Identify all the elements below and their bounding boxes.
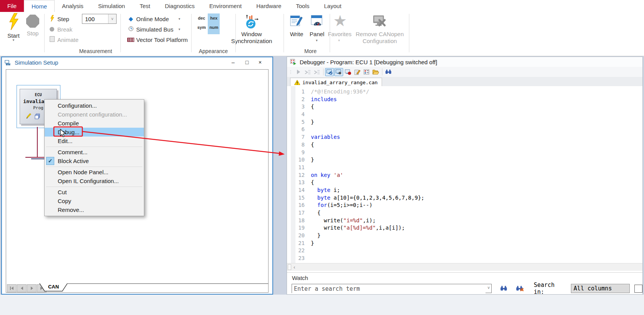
vector-tool-platform-button[interactable]: Vector Tool Platform <box>127 35 188 44</box>
ribbon-tab-test[interactable]: Test <box>132 0 158 12</box>
ribbon-tab-environment[interactable]: Environment <box>202 0 249 12</box>
code-line-5[interactable]: 5} <box>287 119 642 127</box>
code-line-20[interactable]: 20 } <box>287 232 642 240</box>
online-mode-button[interactable]: ◆ Online Mode <box>127 15 169 23</box>
close-icon[interactable]: × <box>255 58 265 67</box>
menu-item-remove[interactable]: Remove... <box>45 205 144 214</box>
window-synchronization-button[interactable] <box>244 14 259 29</box>
search-input[interactable] <box>292 284 486 293</box>
find-next-icon[interactable] <box>500 285 507 292</box>
scrollbar-grip[interactable] <box>288 264 291 270</box>
start-button[interactable]: Start ▾ <box>3 13 24 41</box>
code-line-10[interactable]: 10} <box>287 157 642 164</box>
menu-item-debug[interactable]: Debug... <box>45 128 144 137</box>
dec-toggle[interactable]: dec <box>196 16 207 20</box>
combobox-dropdown-icon[interactable]: ˅ <box>108 14 116 23</box>
report-view-button[interactable] <box>362 68 371 76</box>
menu-item-comment[interactable]: Comment... <box>45 148 144 157</box>
code-line-16[interactable]: 16 for(i=5;i>=0;i--) <box>287 202 642 210</box>
sheet-tab-can[interactable]: CAN <box>39 283 68 292</box>
hex-toggle[interactable]: hex <box>209 16 219 20</box>
step-over-button[interactable] <box>312 68 321 76</box>
menu-item-component-configuration[interactable]: Component configuration... <box>45 110 144 119</box>
code-line-19[interactable]: 19 write("a[%d]=%d",i,a[i]); <box>287 225 642 232</box>
code-line-17[interactable]: 17 { <box>287 210 642 217</box>
ribbon-tab-simulation[interactable]: Simulation <box>91 0 132 12</box>
code-line-22[interactable]: 22 <box>287 247 642 255</box>
animate-button[interactable]: Animate <box>48 35 78 44</box>
menu-item-open-il-configuration[interactable]: Open IL Configuration... <box>45 177 144 185</box>
breakpoint-view-button[interactable] <box>344 68 352 76</box>
search-dropdown-icon[interactable]: ˅ <box>487 286 490 290</box>
ribbon-tab-file[interactable]: File <box>0 0 24 12</box>
step-into-button[interactable] <box>303 68 312 76</box>
code-line-15[interactable]: 15 byte a[10]={0,1,2,3,4,5,6,7,8,9}; <box>287 195 642 202</box>
code-line-8[interactable]: 8{ <box>287 142 642 149</box>
favorites-button[interactable]: ★ <box>332 13 348 28</box>
layers-icon[interactable] <box>35 113 41 119</box>
ribbon-tab-tools[interactable]: Tools <box>289 0 317 12</box>
ribbon-tab-hardware[interactable]: Hardware <box>249 0 289 12</box>
remove-canopen-button[interactable] <box>372 14 387 28</box>
debug-view-toggle[interactable] <box>325 68 334 76</box>
menu-item-open-node-panel[interactable]: Open Node Panel... <box>45 168 144 177</box>
code-line-7[interactable]: 7variables <box>287 134 642 142</box>
maximize-icon[interactable]: □ <box>242 58 252 67</box>
step-button[interactable]: Step <box>48 15 69 23</box>
num-toggle[interactable]: num <box>209 25 219 30</box>
horizontal-scrollbar[interactable]: ‹ <box>287 263 642 271</box>
menu-item-edit[interactable]: Edit... <box>45 137 144 145</box>
scroll-left-icon[interactable]: ‹ <box>294 264 295 270</box>
panel-dropdown-icon[interactable]: ▾ <box>316 38 318 42</box>
menu-item-copy[interactable]: Copy <box>45 197 144 205</box>
code-line-9[interactable]: 9 <box>287 149 642 157</box>
pencil-icon[interactable] <box>26 113 31 119</box>
simulated-bus-dropdown-icon[interactable]: ▾ <box>179 27 180 31</box>
code-line-11[interactable]: 11 <box>287 164 642 172</box>
file-tab[interactable]: invaliad_arrary_range.can <box>290 78 382 87</box>
code-line-23[interactable]: 23 <box>287 255 642 263</box>
measurement-delay-combobox[interactable]: 100 ˅ <box>82 14 117 24</box>
watch-view-toggle[interactable] <box>334 68 343 76</box>
next-sheet-button[interactable] <box>27 284 37 292</box>
code-line-6[interactable]: 6 <box>287 126 642 134</box>
toolbar-grip[interactable]: ⋮ <box>289 70 292 75</box>
code-editor[interactable]: 1/*@!Encoding:936*/2includes3{45}67varia… <box>287 86 642 265</box>
search-in-select[interactable]: All columns <box>571 284 630 293</box>
code-line-2[interactable]: 2includes <box>287 96 642 104</box>
code-line-18[interactable]: 18 write("i=%d",i); <box>287 217 642 225</box>
code-line-13[interactable]: 13{ <box>287 179 642 187</box>
online-mode-dropdown-icon[interactable]: ▾ <box>179 17 180 21</box>
continue-button[interactable] <box>294 68 303 76</box>
clear-search-icon[interactable] <box>516 285 524 292</box>
favorites-dropdown-icon[interactable]: ▾ <box>338 38 340 42</box>
break-button[interactable]: Break <box>48 25 72 33</box>
write-button[interactable] <box>289 14 304 28</box>
ribbon-tab-home[interactable]: Home <box>24 0 55 12</box>
find-button[interactable] <box>384 68 393 76</box>
code-line-12[interactable]: 12on key 'a' <box>287 172 642 180</box>
edit-source-button[interactable] <box>353 68 362 76</box>
prev-sheet-button[interactable] <box>17 284 27 292</box>
stop-button[interactable]: Stop <box>22 13 43 37</box>
first-sheet-button[interactable] <box>7 284 17 292</box>
debugger-titlebar[interactable]: Debugger - Program: ECU 1 [Debugging swi… <box>287 57 642 67</box>
menu-item-compile[interactable]: Compile <box>45 119 144 128</box>
search-box[interactable]: ˅ <box>292 284 492 293</box>
start-dropdown-icon[interactable]: ▾ <box>3 39 24 41</box>
minimize-icon[interactable]: – <box>228 58 239 67</box>
sym-toggle[interactable]: sym <box>196 25 207 30</box>
menu-item-block-active[interactable]: ✓Block Active <box>45 157 144 165</box>
panel-button[interactable] <box>310 14 325 28</box>
code-line-3[interactable]: 3{ <box>287 103 642 111</box>
code-line-4[interactable]: 4 <box>287 111 642 119</box>
ribbon-tab-diagnostics[interactable]: Diagnostics <box>157 0 202 12</box>
menu-item-cut[interactable]: Cut <box>45 188 144 197</box>
code-line-21[interactable]: 21} <box>287 240 642 248</box>
open-file-button[interactable] <box>371 68 380 76</box>
code-line-14[interactable]: 14 byte i; <box>287 187 642 195</box>
menu-item-configuration[interactable]: Configuration... <box>45 101 144 110</box>
search-option-checkbox[interactable] <box>634 285 642 293</box>
ribbon-tab-layout[interactable]: Layout <box>317 0 349 12</box>
simulated-bus-button[interactable]: Simulated Bus <box>127 25 174 33</box>
